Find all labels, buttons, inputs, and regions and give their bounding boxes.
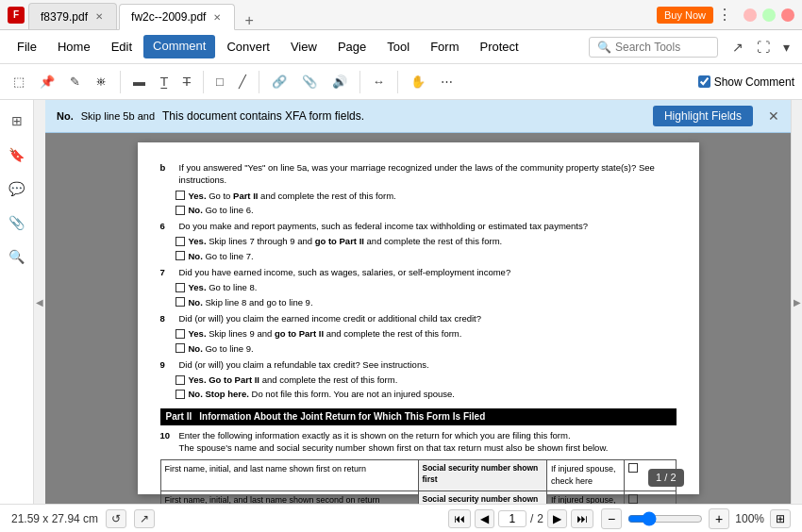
toolbar-cursor-btn[interactable]: ⬚ (8, 72, 30, 91)
toolbar-link-btn[interactable]: 🔗 (266, 72, 292, 91)
menu-convert[interactable]: Convert (217, 36, 279, 58)
search-tools-box[interactable]: 🔍 (589, 37, 718, 58)
toolbar-underline-btn[interactable]: T̲ (155, 72, 174, 91)
toolbar-strikeout-btn[interactable]: T̶ (177, 72, 196, 91)
checkbox-8-no[interactable] (175, 343, 185, 353)
title-bar-controls: Buy Now ⋮ (657, 6, 794, 24)
toolbar-audio-btn[interactable]: 🔊 (326, 72, 353, 91)
checkbox-6-no[interactable] (175, 251, 185, 260)
nav-first-btn[interactable]: ⏮ (448, 509, 471, 528)
menu-home[interactable]: Home (48, 36, 100, 58)
nav-last-btn[interactable]: ⏭ (571, 509, 593, 528)
toolbar-hand-btn[interactable]: ✋ (405, 72, 431, 91)
more-options-icon[interactable]: ⋮ (717, 6, 732, 24)
form-row-b: b If you answered "Yes" on line 5a, was … (160, 161, 677, 187)
injured-second-label: If injured spouse, check here (547, 490, 625, 504)
form-row-6-yes: Yes. Skip lines 7 through 9 and go to Pa… (175, 235, 677, 247)
zoom-slider[interactable] (627, 511, 703, 526)
window-controls (744, 8, 794, 22)
menu-file[interactable]: File (8, 36, 46, 58)
checkbox-9-no[interactable] (175, 390, 185, 399)
tab-close-btn[interactable]: ✕ (93, 10, 105, 23)
close-button[interactable] (781, 8, 794, 22)
app-icon: F (8, 7, 25, 24)
highlight-fields-button[interactable]: Highlight Fields (653, 106, 753, 126)
left-sidebar-toggle[interactable]: ◀ (34, 100, 45, 504)
page-total: 2 (537, 512, 543, 525)
title-bar: F f8379.pdf ✕ fw2c--2009.pdf ✕ + Buy Now… (0, 0, 802, 30)
toolbar-highlight-btn[interactable]: ▬ (127, 72, 151, 91)
toolbar-stamp-btn[interactable]: ⛯ (90, 72, 113, 91)
toolbar-measure-btn[interactable]: ↔ (367, 72, 391, 91)
fit-page-btn[interactable]: ⊞ (770, 509, 791, 528)
sidebar-thumbnails-icon[interactable]: ⊞ (4, 108, 30, 134)
show-comment-toggle[interactable]: Show Comment (698, 75, 794, 89)
second-name-label: First name, initial, and last name shown… (160, 490, 418, 504)
label-9-no: No. Stop here. Do not file this form. Yo… (189, 388, 456, 400)
select-tool-btn[interactable]: ↗ (134, 509, 155, 528)
checkbox-b-yes[interactable] (175, 191, 185, 200)
toolbar-text-btn[interactable]: ✎ (64, 72, 86, 91)
menu-form[interactable]: Form (421, 36, 468, 58)
tab-close-active-btn[interactable]: ✕ (211, 11, 223, 24)
toolbar-sticky-btn[interactable]: 📌 (34, 72, 60, 91)
checkbox-b-no[interactable] (175, 206, 185, 215)
form-row-10-text: Enter the following information exactly … (179, 429, 677, 455)
zoom-out-btn[interactable]: − (601, 508, 622, 529)
checkbox-9-yes[interactable] (175, 375, 185, 385)
checkbox-8-yes[interactable] (175, 329, 185, 339)
add-tab-btn[interactable]: + (237, 12, 260, 29)
minimize-button[interactable] (744, 8, 757, 22)
form-row-6-text: Do you make and report payments, such as… (179, 220, 677, 232)
page-count-badge: 1 / 2 (648, 469, 683, 487)
toolbar-shape-btn[interactable]: □ (210, 72, 229, 91)
menu-page[interactable]: Page (328, 36, 376, 58)
notification-close-btn[interactable]: ✕ (768, 108, 779, 124)
tab-f8379[interactable]: f8379.pdf ✕ (28, 3, 117, 29)
share-icon[interactable]: ↗ (727, 37, 748, 58)
toolbar-more-btn[interactable]: ⋯ (435, 72, 459, 91)
right-sidebar-toggle[interactable]: ▶ (791, 100, 802, 504)
tab-fw2c[interactable]: fw2c--2009.pdf ✕ (119, 4, 235, 30)
toolbar-line-btn[interactable]: ╱ (233, 72, 252, 91)
form-row-9-num: 9 (160, 358, 175, 371)
checkbox-7-no[interactable] (175, 297, 185, 307)
form-row-9: 9 Did (or will) you claim a refundable t… (160, 358, 677, 371)
form-row-10: 10 Enter the following information exact… (160, 429, 677, 455)
menu-tool[interactable]: Tool (377, 36, 419, 58)
form-row-6-no: No. Go to line 7. (175, 250, 677, 262)
injured-second-checkbox[interactable] (624, 490, 676, 504)
maximize-button[interactable] (762, 8, 776, 22)
search-tools-input[interactable] (615, 41, 710, 54)
settings-icon[interactable]: ▾ (778, 37, 794, 58)
show-comment-checkbox[interactable] (698, 75, 710, 88)
fullscreen-icon[interactable]: ⛶ (752, 37, 775, 58)
menu-edit[interactable]: Edit (102, 36, 142, 58)
nav-next-btn[interactable]: ▶ (547, 509, 567, 528)
sidebar-comments-icon[interactable]: 💬 (4, 175, 30, 202)
checkbox-6-yes[interactable] (175, 237, 185, 246)
sidebar-bookmarks-icon[interactable]: 🔖 (4, 141, 30, 168)
pdf-page: b If you answered "Yes" on line 5a, was … (138, 142, 699, 494)
form-row-8-text: Did (or will) you claim the earned incom… (179, 312, 677, 324)
sidebar-attachments-icon[interactable]: 📎 (4, 209, 30, 236)
cursor-tool-btn[interactable]: ↺ (106, 509, 126, 528)
sidebar-search-icon[interactable]: 🔍 (4, 243, 30, 270)
page-input[interactable] (498, 510, 526, 527)
checkbox-7-yes[interactable] (175, 283, 185, 292)
toolbar-attach-btn[interactable]: 📎 (296, 72, 323, 91)
zoom-in-btn[interactable]: + (709, 508, 729, 529)
form-row-8-num: 8 (160, 312, 175, 324)
menu-protect[interactable]: Protect (470, 36, 527, 58)
form-row-8: 8 Did (or will) you claim the earned inc… (160, 312, 677, 324)
buy-now-button[interactable]: Buy Now (657, 7, 713, 24)
form-row-8-no: No. Go to line 9. (175, 342, 677, 355)
menu-comment[interactable]: Comment (143, 35, 215, 58)
label-8-no: No. Go to line 9. (189, 342, 254, 355)
pdf-scroll-area[interactable]: b If you answered "Yes" on line 5a, was … (45, 133, 791, 504)
part2-heading: Information About the Joint Return for W… (199, 410, 485, 424)
form-row-b-no: No. Go to line 6. (175, 204, 677, 216)
nav-prev-btn[interactable]: ◀ (475, 509, 494, 528)
menu-view[interactable]: View (281, 36, 326, 58)
ssn-second-label: Social security number shown second (418, 490, 547, 504)
